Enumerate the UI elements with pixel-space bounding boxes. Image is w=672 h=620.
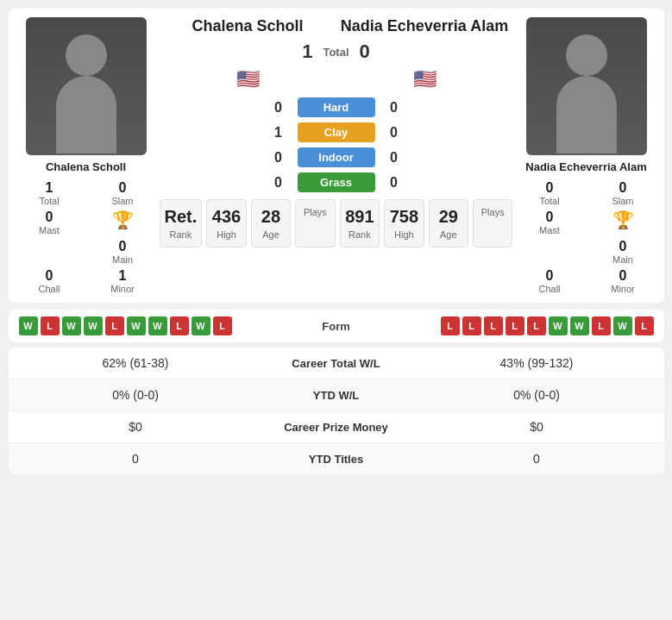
left-player-photo <box>26 17 147 155</box>
left-minor-value: 1 <box>119 268 127 284</box>
right-form-badge-l: L <box>441 316 460 335</box>
left-total-label: Total <box>39 196 59 206</box>
hard-right-score: 0 <box>386 100 403 116</box>
right-rank-value: 891 <box>345 207 374 227</box>
right-trophy-icon: 🏆 <box>612 210 634 230</box>
stats-table-row: 0% (0-0)YTD W/L0% (0-0) <box>9 379 664 411</box>
stats-right-val-2: $0 <box>423 420 651 434</box>
right-total-value: 0 <box>546 180 554 196</box>
indoor-button[interactable]: Indoor <box>298 147 375 167</box>
hard-row: 0 Hard 0 <box>160 97 513 117</box>
left-chall-label: Chall <box>38 284 60 294</box>
right-minor-value: 0 <box>619 268 627 284</box>
right-form-badge-l: L <box>462 316 481 335</box>
right-rank-label: Rank <box>349 229 371 240</box>
stats-center-label-1: YTD W/L <box>250 389 423 402</box>
left-slam-label: Slam <box>111 196 133 206</box>
left-high-label: High <box>217 229 236 240</box>
right-flag: 🇺🇸 <box>413 68 436 91</box>
left-high-box: 436 High <box>206 199 246 247</box>
stats-left-val-3: 0 <box>22 452 250 466</box>
stats-left-val-2: $0 <box>22 420 250 434</box>
clay-row: 1 Clay 0 <box>160 122 513 142</box>
right-high-label: High <box>394 229 414 240</box>
stats-center-label-3: YTD Titles <box>250 453 423 466</box>
stats-table: 62% (61-38)Career Total W/L43% (99-132)0… <box>9 348 664 474</box>
left-form-badge-w: W <box>127 316 146 335</box>
grass-left-score: 0 <box>270 175 287 191</box>
left-main-label: Main <box>112 254 133 265</box>
left-plays-label: Plays <box>304 207 327 217</box>
right-player-name: Nadia Echeverria Alam <box>525 160 646 173</box>
left-form-badge-l: L <box>105 316 124 335</box>
clay-button[interactable]: Clay <box>298 122 375 142</box>
left-slam-value: 0 <box>119 180 127 196</box>
left-form-badges: WLWWLWWLWL <box>19 316 232 335</box>
grass-right-score: 0 <box>386 175 403 191</box>
left-age-box: 28 Age <box>251 199 291 247</box>
right-age-box: 29 Age <box>429 199 468 247</box>
stats-table-row: 0YTD Titles0 <box>9 443 664 474</box>
left-minor-label: Minor <box>110 284 135 294</box>
right-high-value: 758 <box>390 207 418 227</box>
right-form-badge-l: L <box>484 316 503 335</box>
left-form-badge-w: W <box>148 316 167 335</box>
stats-center-label-2: Career Prize Money <box>250 421 423 434</box>
right-chall-value: 0 <box>546 268 554 284</box>
right-form-badge-w: W <box>549 316 568 335</box>
stats-left-val-0: 62% (61-38) <box>22 356 250 370</box>
right-plays-box: Plays <box>473 199 512 247</box>
left-form-badge-w: W <box>62 316 81 335</box>
left-rank-value: Ret. <box>165 207 198 227</box>
right-form-badge-w: W <box>613 316 632 335</box>
left-player-card: Chalena Scholl 1 Total 0 Slam 0 Mast 🏆 <box>17 17 155 294</box>
right-main-label: Main <box>612 254 633 265</box>
right-form-badge-l: L <box>635 316 654 335</box>
right-form-badge-l: L <box>506 316 524 335</box>
right-total-label: Total <box>539 196 559 206</box>
right-player-photo <box>526 17 647 155</box>
indoor-left-score: 0 <box>270 150 287 166</box>
left-form-badge-w: W <box>19 316 38 335</box>
stats-left-val-1: 0% (0-0) <box>22 388 250 402</box>
left-age-label: Age <box>262 229 279 240</box>
right-high-box: 758 High <box>384 199 424 247</box>
right-player-stats: 0 Total 0 Slam 0 Mast 🏆 0 Main <box>518 180 656 294</box>
stats-table-row: 62% (61-38)Career Total W/L43% (99-132) <box>9 348 664 379</box>
left-form-badge-l: L <box>41 316 60 335</box>
left-total-value: 1 <box>46 180 53 196</box>
left-chall-value: 0 <box>46 268 53 284</box>
left-form-badge-w: W <box>84 316 103 335</box>
left-age-value: 28 <box>261 207 280 227</box>
stats-right-val-0: 43% (99-132) <box>423 356 651 370</box>
right-total-score: 0 <box>360 41 370 63</box>
right-plays-label: Plays <box>481 207 505 217</box>
right-form-badge-w: W <box>570 316 589 335</box>
right-minor-label: Minor <box>611 284 635 294</box>
grass-button[interactable]: Grass <box>298 172 375 192</box>
right-chall-label: Chall <box>538 284 560 294</box>
left-form-badge-l: L <box>170 316 189 335</box>
right-age-label: Age <box>440 229 457 240</box>
stats-center-label-0: Career Total W/L <box>250 357 423 370</box>
left-stats-box: Ret. Rank <box>160 199 203 247</box>
left-high-value: 436 <box>212 207 241 227</box>
right-age-value: 29 <box>439 207 458 227</box>
form-section: WLWWLWWLWL Form LLLLLWWLWL <box>9 310 664 342</box>
hard-left-score: 0 <box>270 100 287 116</box>
hard-button[interactable]: Hard <box>298 97 375 117</box>
right-main-value: 0 <box>619 239 627 254</box>
left-player-name-top: Chalena Scholl <box>160 17 336 35</box>
left-main-value: 0 <box>119 239 127 254</box>
right-slam-value: 0 <box>619 180 627 196</box>
left-plays-box: Plays <box>295 199 335 247</box>
left-rank-sublabel: Rank <box>170 229 192 240</box>
stats-table-row: $0Career Prize Money$0 <box>9 411 664 443</box>
left-trophy-icon: 🏆 <box>112 210 134 230</box>
form-row: WLWWLWWLWL Form LLLLLWWLWL <box>19 316 654 335</box>
stats-right-val-1: 0% (0-0) <box>423 388 651 402</box>
indoor-row: 0 Indoor 0 <box>160 147 513 167</box>
right-form-badge-l: L <box>592 316 611 335</box>
right-slam-label: Slam <box>612 196 633 206</box>
right-player-name-top: Nadia Echeverria Alam <box>336 17 513 35</box>
